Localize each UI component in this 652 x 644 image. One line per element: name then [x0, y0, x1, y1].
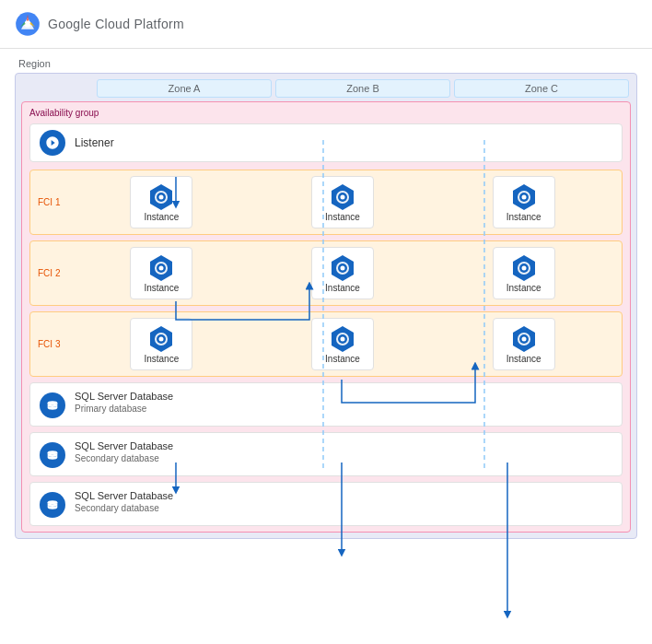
db-subtitle-secondary-1: Secondary database: [75, 453, 173, 463]
instance-box: Instance: [493, 176, 555, 228]
svg-point-37: [521, 337, 526, 342]
zone-headers: Zone A Zone B Zone C: [21, 79, 631, 98]
zone-c-header: Zone C: [454, 79, 629, 98]
instance-box: Instance: [130, 318, 192, 370]
header: Google Cloud Platform: [0, 0, 652, 49]
db-subtitle-secondary-2: Secondary database: [75, 503, 173, 513]
instance-label: Instance: [144, 354, 179, 364]
instance-hex-icon: [509, 253, 539, 283]
db-row-secondary-2: SQL Server Database Secondary database: [29, 482, 623, 526]
fci-1-label: FCI 1: [38, 197, 71, 207]
instance-box: Instance: [130, 247, 192, 299]
svg-point-39: [48, 451, 58, 454]
svg-point-17: [159, 266, 164, 271]
header-title: Google Cloud Platform: [48, 17, 184, 31]
listener-icon: [40, 130, 65, 156]
instance-box: Instance: [493, 318, 555, 370]
svg-point-13: [521, 195, 526, 200]
db-row-secondary-1: SQL Server Database Secondary database: [29, 432, 623, 476]
region-box: Zone A Zone B Zone C Availability group: [15, 73, 637, 539]
fci-1-zone-b: Instance: [252, 176, 434, 228]
instance-box: Instance: [311, 318, 374, 370]
instance-box: Instance: [311, 247, 374, 299]
db-text-secondary-1: SQL Server Database Secondary database: [75, 440, 173, 463]
fci-2-zone-a: Instance: [71, 247, 252, 299]
google-cloud-logo: [15, 11, 41, 37]
fci-rows: FCI 1 Instance: [29, 170, 623, 377]
db-text-secondary-2: SQL Server Database Secondary database: [75, 490, 173, 513]
instance-box: Instance: [311, 176, 374, 228]
fci-row-3: FCI 3 Instance: [29, 311, 623, 377]
instance-hex-icon: [509, 324, 539, 354]
svg-point-21: [341, 266, 345, 271]
instance-label: Instance: [325, 212, 360, 222]
db-row-primary: SQL Server Database Primary database: [29, 382, 623, 427]
db-title: SQL Server Database: [75, 440, 173, 451]
svg-point-9: [341, 195, 345, 200]
fci-2-label: FCI 2: [38, 268, 71, 278]
fci-3-instances: Instance: [71, 318, 614, 370]
instance-box: Instance: [130, 176, 192, 228]
instance-label: Instance: [506, 212, 541, 222]
listener-label: Listener: [75, 136, 114, 149]
instance-hex-icon: [328, 182, 357, 212]
instance-hex-icon: [509, 182, 539, 212]
db-text-primary: SQL Server Database Primary database: [75, 391, 173, 414]
instance-label: Instance: [325, 354, 360, 364]
svg-point-25: [521, 266, 526, 271]
db-title: SQL Server Database: [75, 391, 173, 402]
instance-label: Instance: [506, 354, 541, 364]
svg-point-38: [48, 401, 58, 404]
instance-hex-icon: [146, 182, 176, 212]
fci-3-zone-b: Instance: [252, 318, 434, 370]
instance-label: Instance: [144, 283, 179, 293]
main-container: Google Cloud Platform Region Zone A Zone…: [0, 0, 652, 644]
instance-label: Instance: [144, 212, 179, 222]
fci-1-zone-c: Instance: [433, 176, 614, 228]
svg-point-40: [48, 500, 58, 504]
availability-group: Availability group Listener FCI 1: [21, 101, 631, 533]
fci-2-zone-c: Instance: [433, 247, 614, 299]
db-icon-secondary-1: [40, 442, 65, 468]
fci-2-instances: Instance: [71, 247, 614, 299]
availability-group-label: Availability group: [29, 108, 623, 118]
instance-label: Instance: [506, 283, 541, 293]
db-subtitle-primary: Primary database: [75, 404, 173, 414]
listener-row: Listener: [29, 123, 623, 162]
instance-hex-icon: [146, 253, 176, 283]
fci-row-2: FCI 2 Instance: [29, 240, 623, 306]
fci-1-zone-a: Instance: [71, 176, 252, 228]
fci-3-zone-a: Instance: [71, 318, 252, 370]
instance-label: Instance: [325, 283, 360, 293]
fci-1-instances: Instance: [71, 176, 614, 228]
instance-hex-icon: [328, 253, 357, 283]
fci-3-zone-c: Instance: [433, 318, 614, 370]
instance-hex-icon: [146, 324, 176, 354]
db-icon-secondary-2: [40, 492, 65, 518]
db-icon-primary: [40, 392, 65, 418]
svg-point-29: [159, 337, 164, 342]
instance-box: Instance: [493, 247, 555, 299]
svg-point-5: [159, 195, 164, 200]
zone-a-header: Zone A: [97, 79, 272, 98]
fci-row-1: FCI 1 Instance: [29, 170, 623, 235]
svg-point-33: [341, 337, 345, 342]
instance-hex-icon: [328, 324, 357, 354]
diagram-area: Region Zone A Zone B Zone C Availability…: [0, 49, 652, 548]
fci-3-label: FCI 3: [38, 339, 71, 349]
zone-b-header: Zone B: [275, 79, 450, 98]
database-rows: SQL Server Database Primary database: [29, 382, 623, 526]
fci-2-zone-b: Instance: [252, 247, 434, 299]
db-title: SQL Server Database: [75, 490, 173, 501]
region-label: Region: [15, 58, 637, 69]
